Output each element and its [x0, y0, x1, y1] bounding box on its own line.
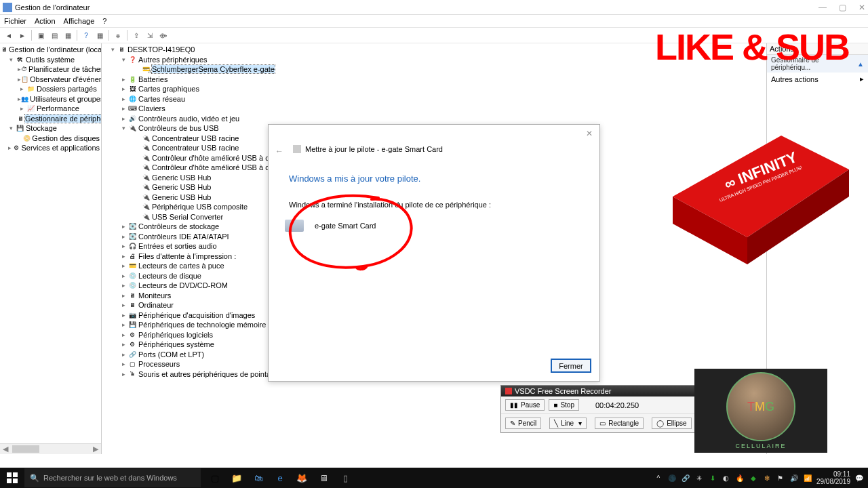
toolbar-icon[interactable]: ▦	[94, 29, 106, 41]
tree-item[interactable]: USB Serial Converter	[152, 213, 223, 221]
search-box[interactable]: 🔍 Rechercher sur le web et dans Windows	[24, 468, 201, 487]
tree-item[interactable]: Contrôleurs audio, vidéo et jeu	[138, 115, 239, 123]
minimize-button[interactable]: —	[818, 3, 827, 12]
collapse-icon[interactable]: ▲	[857, 60, 864, 68]
tree-item-device-manager[interactable]: Gestionnaire de périphé	[25, 115, 102, 123]
firefox-icon[interactable]: 🦊	[293, 469, 311, 487]
tree-schlumberger[interactable]: SchlumbergerSema Cyberflex e-gate	[152, 65, 275, 73]
app-icon[interactable]: 🖥	[315, 469, 332, 487]
tree-item[interactable]: Périphériques système	[138, 340, 214, 348]
toolbar-icon[interactable]: ⇪	[130, 29, 142, 41]
tree-computer[interactable]: DESKTOP-I419EQ0	[127, 45, 195, 54]
tree-item[interactable]: Concentrateur USB racine	[152, 144, 239, 152]
scroll-left[interactable]: ◀	[0, 444, 11, 454]
tree-usb[interactable]: Contrôleurs de bus USB	[138, 124, 219, 132]
pencil-tool[interactable]: ✎Pencil	[505, 418, 541, 429]
close-button[interactable]: ✕	[859, 3, 865, 12]
tree-item[interactable]: Moniteurs	[138, 291, 171, 300]
start-button[interactable]	[0, 468, 24, 488]
dialog-close-fermer-button[interactable]: Fermer	[551, 359, 591, 373]
back-button[interactable]: ◄	[3, 29, 15, 41]
toolbar-icon[interactable]: ⇲	[144, 29, 156, 41]
tree-item[interactable]: Entrées et sorties audio	[138, 242, 217, 250]
edge-icon[interactable]: e	[271, 469, 289, 487]
menu-action[interactable]: Action	[35, 17, 56, 25]
help-icon[interactable]: ?	[80, 29, 92, 41]
tray-icon[interactable]: 🌑	[667, 473, 677, 483]
tray-icon[interactable]: ✻	[762, 473, 772, 483]
tree-item[interactable]: Lecteurs de disque	[138, 272, 201, 280]
menu-help[interactable]: ?	[102, 17, 106, 25]
tree-item[interactable]: Périphérique USB composite	[152, 203, 248, 211]
toolbar-icon[interactable]: ⎈	[112, 29, 124, 41]
tree-item[interactable]: Processeurs	[138, 360, 180, 368]
toolbar-icon[interactable]: ▣	[35, 29, 47, 41]
tree-other-devices[interactable]: Autres périphériques	[138, 56, 208, 64]
ellipse-tool[interactable]: ◯Ellipse	[652, 418, 691, 429]
tree-item[interactable]: Batteries	[138, 75, 167, 83]
menu-file[interactable]: Fichier	[4, 17, 26, 25]
tree-item[interactable]: Périphériques de technologie mémoire	[138, 321, 266, 329]
tray-icon[interactable]: ◆	[749, 473, 758, 483]
toolbar-icon[interactable]: ⟴	[157, 29, 170, 41]
tree-item[interactable]: Lecteurs de DVD/CD-ROM	[138, 281, 228, 289]
tray-icon[interactable]: ⬇	[708, 473, 717, 483]
tray-expand[interactable]: ^	[654, 473, 663, 483]
tree-storage[interactable]: Stockage	[26, 124, 57, 132]
maximize-button[interactable]: ▢	[839, 3, 846, 12]
tray-icon[interactable]: ◐	[722, 473, 731, 483]
tray-icon[interactable]: ⚑	[776, 473, 785, 483]
tree-item[interactable]: Contrôleurs de stockage	[138, 222, 219, 230]
tree-item[interactable]: Dossiers partagés	[37, 85, 97, 93]
left-tree[interactable]: 🖥Gestion de l'ordinateur (local) ▾🛠Outil…	[0, 43, 102, 454]
pause-button[interactable]: ▮▮Pause	[505, 399, 545, 411]
clock[interactable]: 09:11 29/08/2019	[816, 470, 850, 485]
volume-icon[interactable]: 🔊	[789, 473, 799, 483]
dialog-close-button[interactable]: ✕	[586, 129, 593, 138]
tree-item[interactable]: Ports (COM et LPT)	[138, 350, 204, 359]
stop-button[interactable]: ■Stop	[549, 399, 579, 411]
tree-services[interactable]: Services et applications	[21, 144, 100, 152]
network-icon[interactable]: 📶	[803, 473, 812, 483]
scroll-thumb[interactable]	[12, 445, 39, 453]
tree-item[interactable]: Claviers	[138, 104, 165, 113]
tree-root[interactable]: Gestion de l'ordinateur (local)	[9, 45, 102, 54]
tree-item[interactable]: Périphériques logiciels	[138, 331, 213, 339]
tray-icon[interactable]: ✳	[694, 473, 704, 483]
forward-button[interactable]: ►	[16, 29, 28, 41]
tree-item[interactable]: Périphérique d'acquisition d'images	[138, 311, 255, 319]
tree-item[interactable]: Contrôleurs IDE ATA/ATAPI	[138, 232, 229, 241]
scroll-right[interactable]: ▶	[90, 444, 101, 454]
tree-item[interactable]: Utilisateurs et groupes l	[30, 95, 102, 103]
tray-icon[interactable]: 🔥	[735, 473, 745, 483]
tree-sys[interactable]: Outils système	[26, 56, 75, 64]
tree-item[interactable]: Planificateur de tâches	[28, 65, 102, 73]
tree-item[interactable]: Generic USB Hub	[152, 174, 211, 182]
tree-item[interactable]: Ordinateur	[138, 301, 174, 309]
store-icon[interactable]: 🛍	[250, 469, 267, 487]
app-icon[interactable]: ▯	[336, 469, 354, 487]
other-actions[interactable]: Autres actions▸	[767, 73, 868, 85]
menu-view[interactable]: Affichage	[64, 17, 95, 25]
tree-item[interactable]: Lecteurs de cartes à puce	[138, 262, 224, 270]
tree-item[interactable]: Concentrateur USB racine	[152, 134, 239, 142]
toolbar-icon[interactable]: ▦	[62, 29, 74, 41]
toolbar-icon[interactable]: ▤	[48, 29, 60, 41]
explorer-icon[interactable]: 📁	[228, 469, 245, 487]
tree-item[interactable]: Cartes graphiques	[138, 85, 199, 93]
tree-item[interactable]: Cartes réseau	[138, 95, 185, 103]
tree-item[interactable]: Gestion des disques	[32, 134, 100, 142]
taskbar[interactable]: 🔍 Rechercher sur le web et dans Windows …	[0, 468, 868, 488]
dialog-back-button[interactable]: ←	[275, 146, 283, 156]
tray-icon[interactable]: 🔗	[681, 473, 690, 483]
tree-item[interactable]: Souris et autres périphériques de pointa…	[138, 370, 279, 378]
tree-item[interactable]: Performance	[37, 104, 79, 113]
notifications-icon[interactable]: 💬	[854, 473, 864, 483]
task-view-icon[interactable]: ▢	[206, 469, 224, 487]
line-tool[interactable]: ╲Line▾	[549, 418, 587, 429]
tree-item[interactable]: Generic USB Hub	[152, 183, 211, 191]
tree-item[interactable]: Generic USB Hub	[152, 193, 211, 201]
tree-item[interactable]: Observateur d'événeme	[30, 75, 102, 83]
tree-item[interactable]: Files d'attente à l'impression :	[138, 252, 236, 260]
rectangle-tool[interactable]: ▭Rectangle	[595, 418, 644, 429]
